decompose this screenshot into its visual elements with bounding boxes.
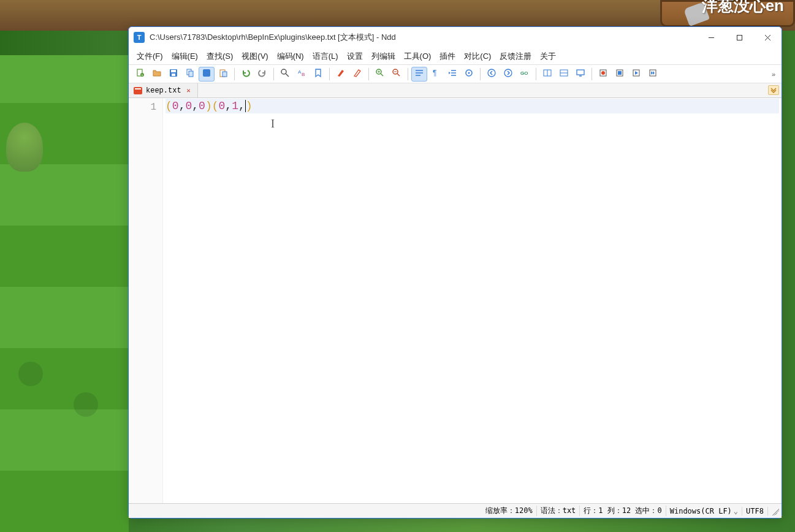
- save-button[interactable]: [165, 67, 181, 82]
- target-button[interactable]: [461, 67, 477, 82]
- close-button[interactable]: [753, 28, 782, 47]
- svg-point-15: [281, 69, 286, 74]
- resize-grip[interactable]: [770, 507, 779, 515]
- code-token: ,: [192, 99, 199, 113]
- menu-edit[interactable]: 编辑(E): [167, 48, 202, 64]
- menu-search[interactable]: 查找(S): [202, 48, 237, 64]
- menu-tools[interactable]: 工具(O): [400, 48, 436, 64]
- file-icon: [134, 87, 142, 94]
- highlight-red-button[interactable]: [333, 67, 349, 82]
- svg-rect-9: [172, 74, 175, 76]
- menu-settings[interactable]: 设置: [343, 48, 367, 64]
- svg-line-20: [381, 74, 383, 76]
- status-syntax[interactable]: 语法：txt: [537, 506, 580, 516]
- split-vertical-icon: [559, 68, 569, 80]
- svg-text:B: B: [302, 72, 305, 77]
- minimize-button[interactable]: [697, 28, 725, 47]
- menu-view[interactable]: 视图(V): [237, 48, 272, 64]
- svg-rect-47: [618, 71, 622, 75]
- svg-rect-1: [737, 35, 742, 40]
- status-encoding[interactable]: UTF8: [742, 507, 768, 515]
- zoom-out-button[interactable]: [389, 67, 405, 82]
- menu-bar: 文件(F) 编辑(E) 查找(S) 视图(V) 编码(N) 语言(L) 设置 列…: [129, 48, 782, 65]
- wrap-icon: [414, 68, 424, 80]
- menu-compare[interactable]: 对比(C): [460, 48, 495, 64]
- svg-point-35: [488, 69, 495, 77]
- zoom-out-icon: [392, 68, 401, 80]
- screenshot-button[interactable]: [199, 67, 215, 82]
- text-editor[interactable]: (0,0,0) (0,1,) I: [163, 98, 782, 503]
- status-eol-label: Windows(CR LF): [670, 507, 732, 515]
- svg-line-16: [286, 74, 289, 77]
- highlight-red-icon: [336, 68, 346, 80]
- menu-about[interactable]: 关于: [536, 48, 560, 64]
- svg-rect-14: [223, 72, 227, 77]
- stop-button[interactable]: [612, 67, 628, 82]
- editor-window: T C:\Users\71783\Desktop\rh\BepInEx\plug…: [128, 26, 782, 519]
- maximize-button[interactable]: [725, 28, 753, 47]
- window-controls: [697, 28, 782, 47]
- editor-line-1[interactable]: (0,0,0) (0,1,): [165, 99, 779, 113]
- redo-icon: [257, 68, 267, 80]
- find-button[interactable]: [277, 67, 293, 82]
- toolbar-separator: [480, 68, 481, 80]
- svg-text:¶: ¶: [433, 69, 436, 77]
- bookmark-button[interactable]: [310, 67, 326, 82]
- new-file-button[interactable]: +: [132, 67, 148, 82]
- nav-forward-button[interactable]: [500, 67, 516, 82]
- bookmark-icon: [313, 68, 323, 80]
- nav-back-button[interactable]: [484, 67, 500, 82]
- play-icon: [631, 68, 641, 80]
- menu-plugin[interactable]: 插件: [435, 48, 460, 64]
- menu-feedback[interactable]: 反馈注册: [495, 48, 536, 64]
- code-token: 1: [232, 99, 238, 113]
- open-file-button[interactable]: [149, 67, 165, 82]
- toolbar: +AB¶GO»: [129, 65, 782, 83]
- status-eol[interactable]: Windows(CR LF)⌄: [666, 507, 742, 515]
- fast-forward-button[interactable]: [645, 67, 661, 82]
- indent-icon: [447, 68, 457, 80]
- pilcrow-button[interactable]: ¶: [428, 67, 444, 82]
- code-token: ): [246, 99, 253, 113]
- code-token: ,: [225, 99, 232, 113]
- menu-encoding[interactable]: 编码(N): [273, 48, 308, 64]
- goto-button[interactable]: GO: [517, 67, 533, 82]
- redo-button[interactable]: [254, 67, 270, 82]
- menu-column[interactable]: 列编辑: [367, 48, 400, 64]
- status-zoom[interactable]: 缩放率：120%: [482, 506, 537, 516]
- title-bar[interactable]: T C:\Users\71783\Desktop\rh\BepInEx\plug…: [129, 27, 782, 48]
- replace-icon: AB: [297, 68, 306, 80]
- document-tab[interactable]: keep.txt ✕: [129, 83, 198, 97]
- record-button[interactable]: [595, 67, 611, 82]
- svg-text:+: +: [142, 73, 143, 77]
- tab-overflow-button[interactable]: [768, 85, 779, 95]
- indent-button[interactable]: [444, 67, 460, 82]
- copy-icon: [185, 68, 195, 80]
- undo-button[interactable]: [238, 67, 254, 82]
- play-button[interactable]: [628, 67, 644, 82]
- tab-close-button[interactable]: ✕: [185, 87, 192, 94]
- copy-button[interactable]: [182, 67, 198, 82]
- status-position: 行：1 列：12 选中：0: [580, 506, 666, 516]
- menu-language[interactable]: 语言(L): [308, 48, 343, 64]
- highlight-clear-button[interactable]: [349, 67, 365, 82]
- nav-forward-icon: [503, 68, 513, 80]
- wrap-button[interactable]: [411, 67, 427, 82]
- menu-file[interactable]: 文件(F): [132, 48, 167, 64]
- zoom-in-button[interactable]: [372, 67, 388, 82]
- paste-button[interactable]: [215, 67, 231, 82]
- toolbar-separator: [408, 68, 408, 80]
- text-cursor-icon: I: [271, 116, 275, 131]
- svg-rect-42: [577, 70, 584, 75]
- svg-point-36: [504, 69, 512, 77]
- pilcrow-icon: ¶: [431, 68, 441, 80]
- monitor-icon: [576, 68, 585, 80]
- nav-back-icon: [487, 68, 496, 80]
- zoom-in-icon: [375, 68, 385, 80]
- toolbar-overflow-button[interactable]: »: [769, 70, 778, 78]
- toolbar-separator: [591, 68, 592, 80]
- replace-button[interactable]: AB: [294, 67, 310, 82]
- split-horizontal-button[interactable]: [539, 67, 555, 82]
- monitor-button[interactable]: [572, 67, 588, 82]
- split-vertical-button[interactable]: [556, 67, 572, 82]
